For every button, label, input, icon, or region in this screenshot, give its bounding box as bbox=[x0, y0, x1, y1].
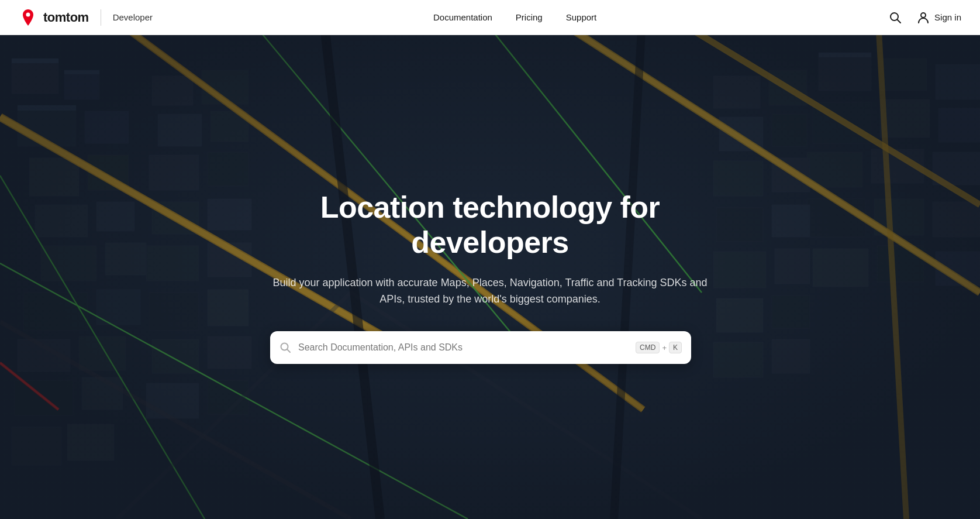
logo-text: tomtom bbox=[43, 10, 89, 25]
hero-subtitle: Build your application with accurate Map… bbox=[270, 274, 710, 308]
navbar-subtitle: Developer bbox=[113, 12, 153, 22]
search-input[interactable] bbox=[298, 342, 629, 353]
shortcut-plus: + bbox=[662, 343, 667, 352]
nav-support[interactable]: Support bbox=[557, 8, 606, 27]
hero-content: Location technology for developers Build… bbox=[256, 190, 724, 364]
sign-in-label: Sign in bbox=[934, 12, 961, 22]
svg-point-2 bbox=[921, 13, 926, 18]
navbar-divider bbox=[101, 9, 101, 26]
logo-link[interactable]: tomtom bbox=[19, 8, 89, 27]
search-container: CMD + K bbox=[270, 331, 691, 364]
hero-title: Location technology for developers bbox=[270, 190, 710, 260]
tomtom-logo-icon bbox=[19, 8, 37, 27]
search-icon bbox=[279, 342, 291, 353]
nav-pricing[interactable]: Pricing bbox=[506, 8, 552, 27]
search-icon bbox=[889, 11, 902, 24]
shortcut-k: K bbox=[669, 342, 682, 353]
svg-point-0 bbox=[26, 12, 30, 16]
main-nav: Documentation Pricing Support bbox=[424, 8, 606, 27]
search-icon-wrapper bbox=[279, 342, 291, 353]
sign-in-button[interactable]: Sign in bbox=[917, 11, 961, 24]
search-shortcut: CMD + K bbox=[636, 342, 682, 353]
nav-documentation[interactable]: Documentation bbox=[424, 8, 502, 27]
shortcut-cmd: CMD bbox=[636, 342, 660, 353]
hero-section: Location technology for developers Build… bbox=[0, 0, 980, 519]
navbar-search-button[interactable] bbox=[885, 8, 905, 28]
navbar: tomtom Developer Documentation Pricing S… bbox=[0, 0, 980, 35]
search-bar: CMD + K bbox=[270, 331, 691, 364]
navbar-actions: Sign in bbox=[885, 8, 961, 28]
user-icon bbox=[917, 11, 930, 24]
